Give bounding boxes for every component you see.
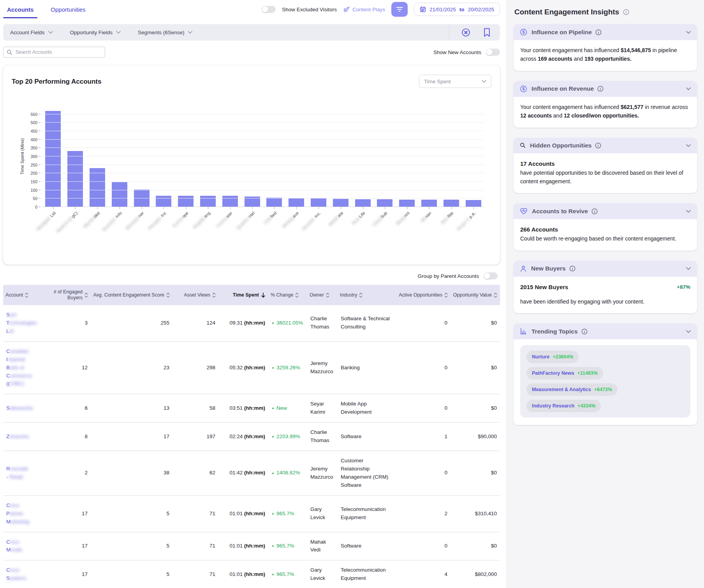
sort-icon[interactable]	[444, 292, 448, 298]
time-spent-value: 03:51	[229, 404, 244, 412]
tab-opportunities[interactable]: Opportunities	[50, 5, 86, 14]
account-cell: Riverside- Retail	[3, 451, 36, 496]
filter-button[interactable]	[391, 2, 408, 17]
insight-card-body: 17 Accountshave potential opportunities …	[514, 153, 697, 193]
info-icon[interactable]	[569, 265, 576, 272]
sort-icon[interactable]	[84, 292, 88, 298]
sort-icon[interactable]	[166, 292, 170, 298]
bar	[156, 196, 171, 207]
column-header-account[interactable]: Account	[3, 285, 36, 305]
insight-card-influence-on-revenue: $Influence on RevenueYour content engage…	[514, 81, 697, 128]
segments-label: Segments (6Sense)	[138, 30, 184, 35]
table-row: CiscoPartnerMarketing1757101:01 (hh:mm)▲…	[3, 496, 500, 532]
redacted-account-name: Blackra	[83, 216, 96, 229]
caret-up-icon: ▲	[271, 407, 275, 410]
column-header-time-spent[interactable]: Time Spent	[218, 285, 268, 305]
tab-accounts[interactable]: Accounts	[6, 5, 34, 14]
bar-slot: CloudSub	[374, 106, 396, 207]
info-icon[interactable]	[623, 9, 629, 15]
column-header--change[interactable]: % Change	[268, 285, 307, 305]
show-excluded-visitors-toggle[interactable]	[262, 6, 276, 13]
account-name-visible: L	[6, 328, 9, 334]
sort-icon[interactable]	[212, 292, 216, 298]
account-link[interactable]: Zenworks	[6, 433, 29, 441]
chevron-down-icon	[686, 210, 691, 213]
collapse-card-button[interactable]	[686, 330, 691, 333]
collapse-card-button[interactable]	[686, 87, 691, 90]
opportunity-value-cell: $0	[451, 394, 500, 423]
search-input[interactable]	[15, 49, 102, 55]
sort-icon[interactable]	[326, 292, 330, 298]
info-icon[interactable]	[591, 208, 598, 214]
opportunity-value-cell: $802,000	[451, 560, 500, 588]
account-link[interactable]: CiscoPartnerMarketing	[6, 502, 29, 526]
sort-icon[interactable]	[493, 292, 498, 298]
account-link[interactable]: CiscoSystems	[6, 566, 26, 583]
content-plays-link[interactable]: Content Plays	[343, 6, 385, 12]
column-header-asset-views[interactable]: Asset Views	[172, 285, 218, 305]
opportunity-fields-dropdown[interactable]: Opportunity Fields	[70, 30, 121, 35]
insight-card-accounts-to-revive: Accounts to Revive266 AccountsCould be w…	[514, 203, 697, 250]
account-link[interactable]: Salesworks	[6, 404, 33, 412]
account-link[interactable]: CiscoMeraki	[6, 538, 22, 555]
info-icon[interactable]	[581, 328, 588, 335]
bar	[333, 199, 348, 207]
column-header--of-engaged-buyers[interactable]: # of Engaged Buyers	[36, 285, 91, 305]
insight-text-segment: $621,577	[621, 104, 643, 110]
filter-bar-actions	[449, 24, 493, 40]
account-link[interactable]: Riverside- Retail	[6, 465, 28, 481]
collapse-card-button[interactable]	[686, 144, 691, 147]
bar-slot: Blueprint	[396, 106, 418, 207]
time-spent-cell: 09:31 (hh:mm)	[218, 305, 268, 342]
time-spent-value: 01:42	[229, 469, 244, 477]
owner-cell: Gary Levick	[307, 496, 338, 532]
group-by-parent-toggle[interactable]	[484, 272, 498, 279]
insight-text: have been identified by engaging with yo…	[520, 297, 690, 306]
toggle-knob	[484, 273, 490, 279]
column-header-opportunity-value[interactable]: Opportunity Value	[451, 285, 500, 305]
bar-slot: Euroscope	[175, 106, 197, 207]
column-header-industry[interactable]: Industry	[338, 285, 395, 305]
account-name-visible: C	[6, 539, 10, 545]
show-new-accounts-toggle[interactable]	[486, 49, 500, 56]
percent-change: ▲965.7%	[271, 542, 294, 550]
sort-icon[interactable]	[295, 292, 299, 298]
column-header-avg-content-engagement-score[interactable]: Avg. Content Engagement Score	[91, 285, 172, 305]
account-link[interactable]: CanadianImperialBank ofCommerce((CIBC)	[6, 348, 32, 388]
trending-topics-box: Nurture+23604%PathFactory News+11493%Mea…	[520, 345, 690, 418]
topic-change: +23604%	[553, 354, 573, 360]
clear-filters-icon[interactable]	[461, 28, 471, 37]
redacted-account-name: Grupo S.	[456, 216, 472, 232]
column-header-label: Time Spent	[233, 292, 259, 298]
account-fields-dropdown[interactable]: Account Fields	[10, 30, 53, 35]
date-range-picker[interactable]: 21/01/2025 to 20/02/2025	[414, 3, 500, 16]
x-axis-tick	[407, 207, 407, 209]
segments-dropdown[interactable]: Segments (6Sense)	[138, 30, 192, 35]
info-icon[interactable]	[597, 86, 604, 92]
column-header-active-opportunities[interactable]: Active Opportunities	[395, 285, 451, 305]
y-axis-tick	[39, 122, 40, 123]
x-axis-tick	[319, 207, 319, 209]
collapse-card-button[interactable]	[686, 210, 691, 213]
sort-desc-icon[interactable]	[260, 292, 266, 298]
info-icon[interactable]	[595, 29, 602, 35]
column-header-label: Avg. Content Engagement Score	[93, 292, 164, 298]
sort-icon[interactable]	[25, 292, 29, 298]
info-icon[interactable]	[595, 142, 601, 149]
x-axis-tick	[296, 207, 297, 209]
y-axis-tick	[39, 173, 40, 173]
percent-change-cell: ▲36021.05%	[268, 305, 307, 342]
collapse-card-button[interactable]	[686, 31, 691, 34]
y-axis-tick	[39, 181, 40, 182]
account-name-visible: C	[6, 373, 10, 379]
bar	[178, 196, 194, 207]
sort-icon[interactable]	[359, 292, 363, 298]
account-cell: Zenworks	[3, 423, 36, 451]
bookmark-icon[interactable]	[483, 28, 491, 37]
column-header-owner[interactable]: Owner	[307, 285, 338, 305]
chevron-down-icon	[686, 330, 691, 333]
engaged-buyers-cell: 17	[36, 532, 91, 561]
account-link[interactable]: SymTechnologiesLtd	[6, 311, 37, 335]
chart-metric-select[interactable]: Time Spent	[419, 75, 491, 88]
collapse-card-button[interactable]	[686, 267, 691, 270]
